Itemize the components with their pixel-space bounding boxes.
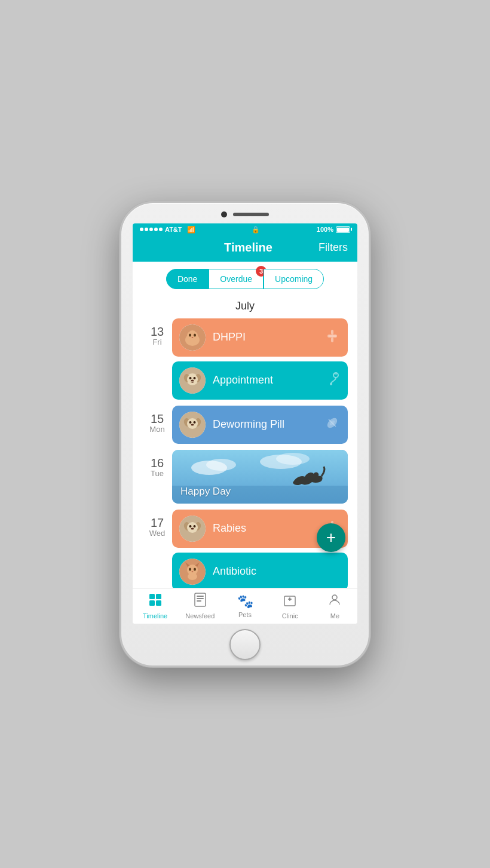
tab-bar: Done Overdue 3 Upcoming bbox=[133, 262, 357, 296]
svg-point-18 bbox=[194, 377, 196, 379]
signal-dots bbox=[140, 228, 163, 231]
svg-point-55 bbox=[192, 571, 194, 572]
svg-point-56 bbox=[188, 573, 197, 580]
phone-bottom bbox=[229, 624, 261, 665]
tab-upcoming[interactable]: Upcoming bbox=[264, 269, 324, 289]
nav-label-clinic: Clinic bbox=[282, 612, 298, 619]
date-15-mon: 15 Mon bbox=[142, 406, 172, 434]
event-name-rabies: Rabies bbox=[213, 522, 324, 535]
svg-point-29 bbox=[191, 424, 194, 425]
svg-rect-64 bbox=[197, 600, 201, 602]
event-antibiotic[interactable]: Antibiotic bbox=[172, 553, 348, 588]
bottom-nav: Timeline Newsfeed 🐾 Pets bbox=[133, 588, 357, 624]
svg-point-43 bbox=[189, 525, 192, 527]
nav-me[interactable]: Me bbox=[313, 593, 357, 619]
event-name-antibiotic: Antibiotic bbox=[213, 565, 341, 578]
battery-percent: 100% bbox=[317, 226, 333, 233]
newsfeed-icon bbox=[194, 593, 207, 611]
phone-device: AT&T 📶 🔒 100% Timeline Filters Done Over… bbox=[120, 201, 370, 667]
event-dhppi[interactable]: DHPPI bbox=[172, 318, 348, 357]
pet-avatar-dog-3 bbox=[179, 516, 206, 542]
nav-label-pets: Pets bbox=[238, 611, 252, 618]
nav-label-timeline: Timeline bbox=[143, 612, 167, 619]
clinic-icon bbox=[283, 593, 297, 611]
date-16-tue: 16 Tue bbox=[142, 450, 172, 478]
battery-icon bbox=[336, 226, 350, 233]
nav-timeline[interactable]: Timeline bbox=[133, 593, 177, 619]
date-13-fri: 13 Fri bbox=[142, 318, 172, 346]
status-left: AT&T 📶 bbox=[140, 226, 195, 234]
svg-rect-62 bbox=[197, 596, 204, 597]
svg-point-53 bbox=[189, 568, 191, 571]
pets-icon: 🐾 bbox=[237, 594, 253, 609]
svg-rect-57 bbox=[149, 594, 155, 599]
phone-screen: AT&T 📶 🔒 100% Timeline Filters Done Over… bbox=[133, 223, 357, 624]
pet-avatar-cat bbox=[179, 324, 206, 351]
events-col-16: Happy Day bbox=[172, 450, 348, 504]
svg-point-16 bbox=[187, 374, 198, 385]
svg-point-20 bbox=[333, 373, 338, 378]
svg-point-6 bbox=[194, 333, 196, 336]
home-button[interactable] bbox=[229, 629, 261, 660]
svg-point-28 bbox=[194, 421, 196, 424]
event-name-happy-day: Happy Day bbox=[180, 486, 231, 498]
svg-rect-61 bbox=[195, 593, 206, 606]
me-icon bbox=[327, 593, 342, 611]
svg-point-17 bbox=[189, 377, 192, 379]
app-header: Timeline Filters bbox=[133, 236, 357, 262]
event-appointment[interactable]: Appointment bbox=[172, 361, 348, 400]
events-col-13: DHPPI bbox=[172, 318, 348, 400]
filters-button[interactable]: Filters bbox=[318, 241, 348, 254]
svg-point-5 bbox=[189, 333, 191, 336]
nav-label-newsfeed: Newsfeed bbox=[185, 612, 215, 619]
timeline-row-15: 15 Mon bbox=[142, 406, 348, 444]
events-col-15: Deworming Pill bbox=[172, 406, 348, 444]
svg-rect-63 bbox=[197, 598, 204, 599]
nav-pets[interactable]: 🐾 Pets bbox=[222, 594, 267, 618]
event-deworming[interactable]: Deworming Pill bbox=[172, 406, 348, 444]
svg-point-68 bbox=[332, 595, 337, 600]
svg-point-44 bbox=[194, 525, 196, 527]
carrier-label: AT&T bbox=[165, 226, 182, 233]
phone-speaker bbox=[233, 213, 269, 216]
pet-avatar-dog-2 bbox=[179, 412, 206, 438]
nav-clinic[interactable]: Clinic bbox=[268, 593, 313, 619]
svg-point-19 bbox=[191, 379, 194, 381]
fab-add[interactable]: + bbox=[317, 523, 345, 552]
event-name-dhppi: DHPPI bbox=[213, 331, 324, 343]
timeline-row: 13 Fri bbox=[142, 318, 348, 400]
svg-rect-9 bbox=[331, 330, 333, 335]
svg-point-7 bbox=[192, 337, 194, 338]
event-name-deworming: Deworming Pill bbox=[213, 418, 324, 431]
pet-avatar-cat-2 bbox=[179, 559, 206, 585]
stethoscope-icon bbox=[324, 370, 341, 391]
vaccine-icon bbox=[324, 327, 341, 348]
svg-point-35 bbox=[206, 459, 236, 471]
tab-overdue[interactable]: Overdue 3 bbox=[209, 269, 264, 289]
tab-done[interactable]: Done bbox=[166, 269, 209, 289]
event-name-appointment: Appointment bbox=[213, 374, 324, 387]
phone-top-bar bbox=[121, 203, 369, 223]
svg-point-37 bbox=[276, 453, 310, 465]
event-happy-day[interactable]: Happy Day bbox=[172, 450, 348, 504]
pill-icon bbox=[324, 415, 341, 435]
month-label: July bbox=[133, 296, 357, 318]
svg-point-54 bbox=[194, 568, 196, 571]
pet-avatar-dog-1 bbox=[179, 367, 206, 394]
svg-point-26 bbox=[187, 418, 198, 429]
svg-rect-10 bbox=[331, 338, 333, 342]
nav-newsfeed[interactable]: Newsfeed bbox=[177, 593, 222, 619]
svg-rect-67 bbox=[289, 597, 290, 601]
status-bar: AT&T 📶 🔒 100% bbox=[133, 223, 357, 236]
front-camera bbox=[221, 211, 227, 217]
timeline-row-16: 16 Tue bbox=[142, 450, 348, 504]
date-17-wed: 17 Wed bbox=[142, 510, 172, 538]
wifi-icon: 📶 bbox=[187, 226, 195, 234]
svg-point-21 bbox=[330, 383, 332, 385]
status-right: 100% bbox=[317, 226, 350, 233]
timeline-row-17: 17 Wed bbox=[142, 510, 348, 588]
svg-point-27 bbox=[189, 421, 192, 424]
timeline-icon bbox=[148, 593, 163, 611]
lock-icon: 🔒 bbox=[252, 226, 260, 234]
svg-rect-60 bbox=[156, 600, 161, 606]
